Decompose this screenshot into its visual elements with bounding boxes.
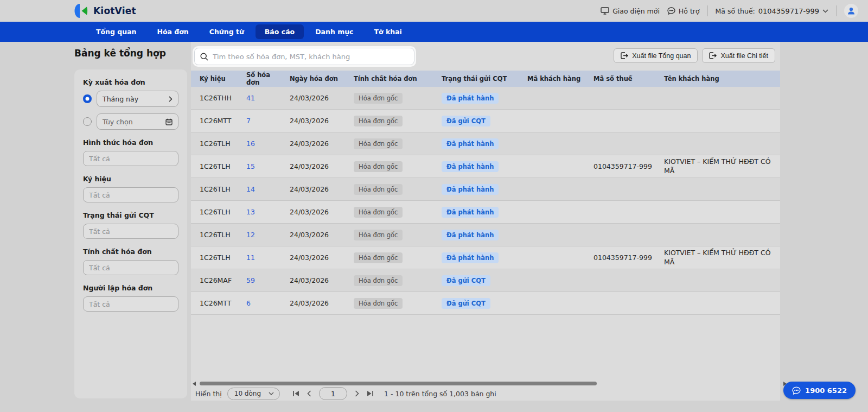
invoice-number-link[interactable]: 13 xyxy=(246,208,255,216)
prev-page-button[interactable] xyxy=(307,390,311,397)
cell-ky-hieu: 1C26TLH xyxy=(200,185,246,193)
table-row[interactable]: 1C26TLH 11 24/03/2026 Hóa đơn gốc Đã phá… xyxy=(191,246,780,269)
support-label: Hỗ trợ xyxy=(679,7,700,15)
filter-input-hinh-thuc-hoa-don[interactable] xyxy=(83,151,178,166)
cell-ngay-hoa-don: 24/03/2026 xyxy=(290,117,354,125)
invoice-type-badge: Hóa đơn gốc xyxy=(354,275,403,286)
invoice-number-link[interactable]: 14 xyxy=(246,185,255,193)
table-row[interactable]: 1C26THH 41 24/03/2026 Hóa đơn gốc Đã phá… xyxy=(191,87,780,110)
filter-input-trang-thai-gui-cqt[interactable] xyxy=(83,224,178,239)
user-avatar[interactable] xyxy=(844,4,858,18)
search-input[interactable] xyxy=(213,53,409,61)
table-row[interactable]: 1C26MTT 6 24/03/2026 Hóa đơn gốc Đã gửi … xyxy=(191,292,780,315)
next-page-button[interactable] xyxy=(355,390,359,397)
nav-tab-tong-quan[interactable]: Tổng quan xyxy=(87,24,146,39)
nav-tab-bao-cao[interactable]: Báo cáo xyxy=(256,24,304,39)
table-row[interactable]: 1C26TLH 16 24/03/2026 Hóa đơn gốc Đã phá… xyxy=(191,132,780,155)
table-row[interactable]: 1C26MTT 7 24/03/2026 Hóa đơn gốc Đã gửi … xyxy=(191,110,780,132)
search-spotlight xyxy=(193,46,416,67)
scrollbar-thumb[interactable] xyxy=(200,382,597,385)
tax-code-selector[interactable]: Mã số thuế: 0104359717-999 xyxy=(716,7,828,15)
cell-ten-khach-hang: KIOTVIET – KIỂM THỬ HĐĐT CÓ MÃ xyxy=(664,157,780,175)
scroll-left-arrow-icon[interactable] xyxy=(193,382,196,386)
cqt-status-badge: Đã phát hành xyxy=(442,161,499,172)
invoice-type-badge: Hóa đơn gốc xyxy=(354,252,403,263)
cell-ngay-hoa-don: 24/03/2026 xyxy=(290,185,354,193)
column-header: Số hóa đơn xyxy=(246,71,290,86)
this-month-selector[interactable]: Tháng này xyxy=(97,91,178,107)
cell-ky-hieu: 1C26TLH xyxy=(200,253,246,262)
support-link[interactable]: Hỗ trợ xyxy=(667,7,700,15)
cqt-status-badge: Đã phát hành xyxy=(442,207,499,218)
column-header: Ký hiệu xyxy=(200,75,246,83)
this-month-label: Tháng này xyxy=(103,95,138,103)
nav-tab-to-khai[interactable]: Tờ khai xyxy=(365,24,411,39)
last-page-button[interactable] xyxy=(367,391,373,396)
invoice-number-link[interactable]: 41 xyxy=(246,94,255,102)
cell-ky-hieu: 1C26MTT xyxy=(200,117,246,125)
horizontal-scrollbar[interactable] xyxy=(193,381,787,386)
invoice-number-link[interactable]: 59 xyxy=(246,276,255,284)
invoice-number-link[interactable]: 6 xyxy=(246,299,251,307)
filter-label-trang-thai-gui-cqt: Trạng thái gửi CQT xyxy=(83,211,178,219)
export-detail-button[interactable]: Xuất file Chi tiết xyxy=(702,48,775,63)
report-content: Xuất file Tổng quan Xuất file Chi tiết K… xyxy=(191,42,780,401)
cell-ky-hieu: 1C26TLH xyxy=(200,162,246,170)
table-row[interactable]: 1C26MAF 59 24/03/2026 Hóa đơn gốc Đã gửi… xyxy=(191,269,780,292)
invoice-number-link[interactable]: 16 xyxy=(246,140,255,148)
invoice-number-link[interactable]: 15 xyxy=(246,162,255,170)
export-icon xyxy=(621,52,628,59)
invoice-type-badge: Hóa đơn gốc xyxy=(354,230,403,240)
chat-bubble-icon xyxy=(667,7,675,15)
filter-input-nguoi-lap-hoa-don[interactable] xyxy=(83,296,178,312)
invoice-number-link[interactable]: 7 xyxy=(246,117,251,125)
divider xyxy=(707,5,708,16)
first-page-button[interactable] xyxy=(293,391,299,396)
custom-period-selector[interactable]: Tùy chọn xyxy=(97,113,178,130)
column-header: Mã số thuế xyxy=(593,75,664,83)
table-row[interactable]: 1C26TLH 13 24/03/2026 Hóa đơn gốc Đã phá… xyxy=(191,201,780,224)
column-header: Tính chất hóa đơn xyxy=(354,75,442,83)
cell-ma-so-thue: 0104359717-999 xyxy=(593,253,664,262)
cell-ky-hieu: 1C26TLH xyxy=(200,208,246,216)
cqt-status-badge: Đã phát hành xyxy=(442,184,499,195)
search-icon xyxy=(200,53,208,61)
page-size-dropdown[interactable]: 10 dòng xyxy=(227,388,280,400)
filter-label-hinh-thuc-hoa-don: Hình thức hóa đơn xyxy=(83,138,178,147)
hotline-chat-button[interactable]: 1900 6522 xyxy=(783,382,856,399)
custom-period-label: Tùy chọn xyxy=(103,118,133,126)
filter-label-nguoi-lap-hoa-don: Người lập hóa đơn xyxy=(83,284,178,292)
column-header: Mã khách hàng xyxy=(527,75,593,83)
nav-tab-chung-tu[interactable]: Chứng từ xyxy=(200,24,253,39)
kiotviet-logo-icon xyxy=(74,4,90,18)
invoice-type-badge: Hóa đơn gốc xyxy=(354,161,403,172)
filter-input-tinh-chat-hoa-don[interactable] xyxy=(83,260,178,275)
export-detail-label: Xuất file Chi tiết xyxy=(720,52,768,60)
filter-label-tinh-chat-hoa-don: Tính chất hóa đơn xyxy=(83,248,178,256)
cell-ngay-hoa-don: 24/03/2026 xyxy=(290,140,354,148)
cell-ma-so-thue: 0104359717-999 xyxy=(593,162,664,170)
invoice-type-badge: Hóa đơn gốc xyxy=(354,93,403,104)
export-overview-button[interactable]: Xuất file Tổng quan xyxy=(614,48,698,63)
radio-this-month[interactable] xyxy=(83,94,92,103)
radio-custom-period[interactable] xyxy=(83,117,92,126)
show-label: Hiển thị xyxy=(195,390,222,398)
page-number-input[interactable] xyxy=(319,387,347,400)
kiotviet-logo[interactable]: KiotViet xyxy=(74,4,136,18)
table-row[interactable]: 1C26TLH 14 24/03/2026 Hóa đơn gốc Đã phá… xyxy=(191,178,780,201)
table-row[interactable]: 1C26TLH 15 24/03/2026 Hóa đơn gốc Đã phá… xyxy=(191,155,780,178)
cell-ngay-hoa-don: 24/03/2026 xyxy=(290,299,354,307)
table-row[interactable]: 1C26TLH 12 24/03/2026 Hóa đơn gốc Đã phá… xyxy=(191,224,780,246)
nav-tab-hoa-don[interactable]: Hóa đơn xyxy=(148,24,198,39)
invoice-number-link[interactable]: 12 xyxy=(246,231,255,239)
filter-input-ky-hieu[interactable] xyxy=(83,187,178,202)
invoice-number-link[interactable]: 11 xyxy=(246,253,255,262)
invoice-type-badge: Hóa đơn gốc xyxy=(354,138,403,149)
chevron-right-icon xyxy=(169,96,173,102)
new-interface-link[interactable]: Giao diện mới xyxy=(601,7,660,15)
cell-ngay-hoa-don: 24/03/2026 xyxy=(290,94,354,102)
page-title: Bảng kê tổng hợp xyxy=(74,48,166,59)
invoice-type-badge: Hóa đơn gốc xyxy=(354,298,403,309)
divider xyxy=(836,5,837,16)
nav-tab-danh-muc[interactable]: Danh mục xyxy=(306,24,362,39)
